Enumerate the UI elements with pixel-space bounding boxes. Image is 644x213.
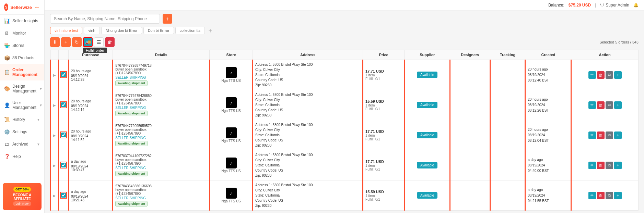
created-cell: 20 hours ago 08/19/2024 08:12:40 BST xyxy=(525,60,571,90)
edit-button[interactable]: ✏ xyxy=(588,162,596,169)
row-checkbox[interactable] xyxy=(61,72,66,77)
shipping-link[interactable]: SELLER SHIPPING xyxy=(115,196,146,200)
price-cell: 17.71 USD 1 item Fulfill: 0/1 xyxy=(363,120,405,150)
expand-icon[interactable]: ▶ xyxy=(53,134,56,137)
checkbox-cell[interactable] xyxy=(59,60,69,90)
details-cell: 5767044772095959570 buyer open sandbox (… xyxy=(113,120,210,150)
copy-button[interactable]: ⧉ xyxy=(606,162,613,169)
download-button[interactable]: ⬇ xyxy=(50,37,60,47)
copy-button[interactable]: ⧉ xyxy=(606,192,613,199)
shipping-link[interactable]: SELLER SHIPPING xyxy=(115,136,146,140)
delete-row-button[interactable]: 🗑 xyxy=(597,101,605,109)
supplier-available-button[interactable]: Available xyxy=(417,72,437,78)
list-view-button[interactable]: ☰ xyxy=(94,37,104,47)
col-expand xyxy=(51,50,59,60)
sidebar-item-user-management[interactable]: 👤 User Management ▼ xyxy=(0,97,44,113)
add-row-button[interactable]: ＋ xyxy=(614,192,622,199)
purchase-date: 08/19/2024 xyxy=(71,195,110,198)
delete-row-button[interactable]: 🗑 xyxy=(597,71,605,79)
supplier-cell: Available xyxy=(405,150,450,180)
order-id: 5767037044109727282 xyxy=(115,154,207,158)
checkbox-cell[interactable] xyxy=(59,90,69,120)
sidebar-item-stores[interactable]: 🏪 Stores xyxy=(0,39,44,52)
tracking-cell xyxy=(490,120,525,150)
address-cell: Address 1: 5800 Bristol Pkwy Ste 100 Cit… xyxy=(253,90,363,120)
sidebar-item-archived[interactable]: 🗂 Archived ▼ xyxy=(0,138,44,150)
col-tracking: Tracking xyxy=(490,50,525,60)
delete-row-button[interactable]: 🗑 xyxy=(597,162,605,169)
search-add-button[interactable]: ＋ xyxy=(163,14,172,24)
tab-don-bi-error[interactable]: Don bi Errror xyxy=(143,27,174,34)
affiliate-banner[interactable]: GET 30% BECOME A AFFILIATE Join Now xyxy=(3,183,42,210)
price-cell: 15.59 USD 1 item Fulfill: 0/1 xyxy=(363,180,405,211)
main-content: Balance: $75.20 USD | 🛡 Super Admin 🔔 ＋ … xyxy=(45,0,644,213)
archived-icon: 🗂 xyxy=(4,141,10,147)
price-fulfill: Fulfill: 0/1 xyxy=(365,137,402,141)
shipping-link[interactable]: SELLER SHIPPING xyxy=(115,106,146,110)
created-ago: 20 hours ago xyxy=(528,67,569,72)
add-order-button[interactable]: ＋ xyxy=(61,37,71,47)
row-checkbox[interactable] xyxy=(61,133,66,137)
checkbox-cell[interactable] xyxy=(59,180,69,211)
supplier-available-button[interactable]: Available xyxy=(417,102,437,108)
copy-button[interactable]: ⧉ xyxy=(606,101,613,109)
delete-button[interactable]: 🗑 xyxy=(105,37,115,47)
sidebar-item-help[interactable]: ❓ Help xyxy=(0,150,44,163)
edit-button[interactable]: ✏ xyxy=(588,101,596,109)
sidebar-item-monitor[interactable]: 🖥 Monitor xyxy=(0,27,44,39)
affiliate-cta[interactable]: Join Now xyxy=(13,201,31,206)
back-arrow[interactable]: ← xyxy=(34,4,40,11)
tab-vinh[interactable]: vinh xyxy=(84,27,99,34)
supplier-available-button[interactable]: Available xyxy=(417,132,437,138)
sidebar-item-products[interactable]: 📦 88 Products xyxy=(0,52,44,64)
tab-vinh-store-test[interactable]: vinh store test xyxy=(50,27,82,34)
copy-button[interactable]: ⧉ xyxy=(606,131,613,139)
add-row-button[interactable]: ＋ xyxy=(614,71,622,79)
row-checkbox[interactable] xyxy=(61,193,66,198)
sidebar-item-seller-insights[interactable]: 📊 Seller Insights xyxy=(0,15,44,27)
copy-button[interactable]: ⧉ xyxy=(606,71,613,79)
sidebar-item-order-management[interactable]: 📋 Order Management xyxy=(0,64,44,80)
fulfill-order-button[interactable]: 🚚 xyxy=(83,37,93,47)
notification-icon[interactable]: 🔔 xyxy=(633,3,639,8)
tab-add-button[interactable]: ＋ xyxy=(206,26,214,35)
sidebar-item-design-management[interactable]: 🎨 Design Management ▼ xyxy=(0,80,44,97)
address-country: Country Code: US xyxy=(255,77,360,83)
chevron-down-icon: ▼ xyxy=(39,87,43,91)
expand-icon[interactable]: ▶ xyxy=(53,194,56,198)
search-input[interactable] xyxy=(50,14,160,24)
edit-button[interactable]: ✏ xyxy=(588,131,596,139)
supplier-available-button[interactable]: Available xyxy=(417,162,437,168)
sidebar-item-history[interactable]: 📜 History ▼ xyxy=(0,113,44,126)
address-line1: Address 1: 5800 Bristol Pkwy Ste 100 xyxy=(255,62,360,67)
checkbox-cell[interactable] xyxy=(59,150,69,180)
refresh-button[interactable]: ↻ xyxy=(72,37,82,47)
expand-icon[interactable]: ▶ xyxy=(53,73,56,77)
sidebar-item-label: Order Management xyxy=(12,67,40,77)
sidebar-item-settings[interactable]: ⚙️ Settings xyxy=(0,126,44,138)
address-country: Country Code: US xyxy=(255,138,360,143)
edit-button[interactable]: ✏ xyxy=(588,71,596,79)
row-checkbox[interactable] xyxy=(61,163,66,167)
tab-collection-tts[interactable]: collection tts xyxy=(175,27,205,34)
store-name: Nga TTS US xyxy=(212,79,250,83)
row-checkbox[interactable] xyxy=(61,102,66,107)
expand-icon[interactable]: ▶ xyxy=(53,164,56,167)
add-row-button[interactable]: ＋ xyxy=(614,162,622,169)
edit-button[interactable]: ✏ xyxy=(588,192,596,199)
shipping-link[interactable]: SELLER SHIPPING xyxy=(115,166,146,170)
fulfill-button-wrapper: 🚚 Fulfill order xyxy=(83,37,93,47)
created-date: 08/19/2024 xyxy=(528,193,569,198)
chevron-down-icon: ▼ xyxy=(39,103,43,107)
shipping-link[interactable]: SELLER SHIPPING xyxy=(115,76,146,79)
add-row-button[interactable]: ＋ xyxy=(614,131,622,139)
tab-nhung-don-bi-error[interactable]: Nhung don bi Error xyxy=(101,27,142,34)
expand-icon[interactable]: ▶ xyxy=(53,103,56,107)
checkbox-cell[interactable] xyxy=(59,120,69,150)
supplier-cell: Available xyxy=(405,60,450,90)
created-ago: a day ago xyxy=(528,187,569,193)
delete-row-button[interactable]: 🗑 xyxy=(597,131,605,139)
add-row-button[interactable]: ＋ xyxy=(614,101,622,109)
delete-row-button[interactable]: 🗑 xyxy=(597,192,605,199)
supplier-available-button[interactable]: Available xyxy=(417,192,437,199)
